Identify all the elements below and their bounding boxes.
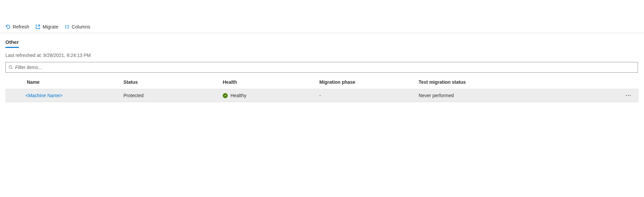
- row-status: Protected: [122, 93, 221, 98]
- row-name[interactable]: <Machine Name>: [25, 93, 122, 98]
- col-status[interactable]: Status: [122, 79, 221, 85]
- last-refreshed-value: 9/28/2021, 8:24:13 PM: [43, 53, 91, 58]
- table-header: Name Status Health Migration phase Test …: [5, 75, 639, 89]
- search-icon: [8, 65, 13, 70]
- last-refreshed: Last refreshed at: 9/28/2021, 8:24:13 PM: [5, 53, 639, 58]
- refresh-button[interactable]: Refresh: [5, 24, 29, 29]
- main-content: Other Last refreshed at: 9/28/2021, 8:24…: [0, 33, 644, 108]
- col-migration-phase[interactable]: Migration phase: [318, 79, 417, 85]
- migrate-button[interactable]: Migrate: [35, 24, 58, 29]
- last-refreshed-prefix: Last refreshed at:: [5, 53, 43, 58]
- row-health-text: Healthy: [230, 93, 246, 98]
- refresh-icon: [5, 24, 11, 29]
- migrate-label: Migrate: [43, 24, 58, 29]
- more-icon: ···: [626, 93, 632, 98]
- svg-point-0: [9, 66, 12, 68]
- columns-icon: [64, 24, 70, 29]
- row-health: Healthy: [221, 93, 318, 98]
- results-table: Name Status Health Migration phase Test …: [5, 75, 639, 102]
- command-bar: Refresh Migrate Columns: [0, 21, 644, 33]
- row-test-migration-status: Never performed: [417, 93, 517, 98]
- columns-label: Columns: [72, 24, 90, 29]
- external-link-icon: [35, 24, 41, 29]
- col-health[interactable]: Health: [221, 79, 318, 85]
- row-migration-phase: -: [318, 93, 417, 98]
- filter-box[interactable]: [5, 62, 638, 73]
- refresh-label: Refresh: [13, 24, 29, 29]
- columns-button[interactable]: Columns: [64, 24, 90, 29]
- table-row[interactable]: <Machine Name> Protected Healthy - Never…: [5, 89, 639, 102]
- col-name[interactable]: Name: [25, 79, 122, 85]
- row-actions-button[interactable]: ···: [619, 93, 639, 98]
- filter-input[interactable]: [15, 65, 635, 70]
- tab-other[interactable]: Other: [5, 39, 19, 48]
- tab-row: Other: [5, 39, 639, 48]
- check-circle-icon: [223, 93, 228, 98]
- col-test-migration-status[interactable]: Test migration status: [417, 79, 517, 85]
